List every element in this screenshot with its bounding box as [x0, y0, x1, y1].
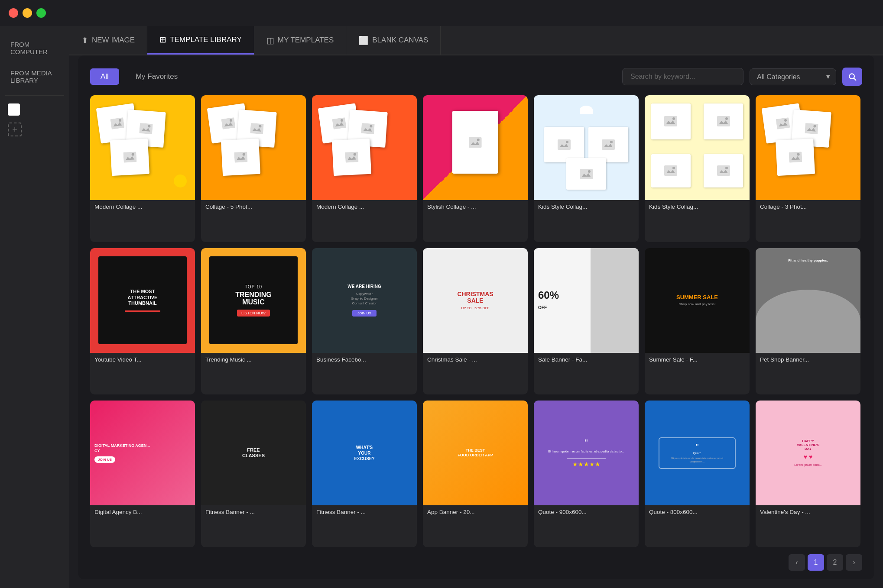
svg-point-31 [725, 117, 728, 120]
blank-canvas-icon: ⬜ [358, 36, 369, 45]
svg-point-23 [566, 141, 568, 143]
svg-rect-30 [717, 116, 730, 126]
template-label-t12: Sale Banner - Fa... [534, 353, 639, 366]
template-thumb-t1 [90, 95, 195, 200]
svg-rect-36 [776, 117, 790, 129]
svg-rect-22 [558, 139, 571, 150]
template-thumb-t2 [201, 95, 306, 200]
template-thumb-t9: Top 10 TRENDINGMUSIC LISTEN NOW [201, 248, 306, 353]
template-thumb-t11: CHRISTMASSale UP TO · 50% OFF [423, 248, 528, 353]
svg-point-33 [672, 167, 675, 169]
template-label-t2: Collage - 5 Phot... [201, 200, 306, 213]
page-2-button[interactable]: 2 [827, 554, 843, 571]
window-chrome [0, 0, 883, 26]
template-label-t6: Kids Style Collag... [645, 200, 750, 213]
template-card-t12[interactable]: 60%OFF Sale Banner - Fa... [534, 248, 639, 395]
tab-blank-canvas-label: BLANK CANVAS [372, 36, 428, 45]
template-icon: ⊞ [159, 35, 166, 45]
svg-rect-8 [221, 117, 235, 129]
template-thumb-t17: WHAT'SYOUREXCUSE? [312, 401, 417, 505]
page-1-button[interactable]: 1 [808, 554, 824, 571]
svg-rect-28 [664, 116, 677, 126]
sidebar-item-media-library[interactable]: FROM MEDIA LIBRARY [3, 63, 67, 90]
tab-template-library-label: TEMPLATE LIBRARY [170, 36, 242, 44]
filter-favorites-button[interactable]: My Favorites [125, 68, 188, 85]
template-label-t14: Pet Shop Banner... [756, 353, 860, 366]
template-card-t17[interactable]: WHAT'SYOUREXCUSE? Fitness Banner - ... [312, 401, 417, 547]
svg-point-27 [588, 170, 591, 173]
svg-rect-20 [469, 137, 482, 148]
svg-point-35 [725, 167, 728, 169]
svg-point-25 [610, 141, 613, 143]
template-label-t13: Summer Sale - F... [645, 353, 750, 366]
template-label-t1: Modern Collage ... [90, 200, 195, 213]
template-thumb-t21: HAPPYValentine'sDay ♥ ♥ Lorem ipsum dolo… [756, 401, 860, 505]
template-thumb-t18: THE BESTFOOD ORDER APP [423, 401, 528, 505]
template-thumb-t8: THE MOSTATTRACTIVETHUMBNAIL [90, 248, 195, 353]
svg-point-21 [477, 139, 480, 141]
add-button[interactable]: + [8, 123, 22, 136]
tab-template-library[interactable]: ⊞ TEMPLATE LIBRARY [147, 26, 254, 55]
prev-page-button[interactable]: ‹ [789, 554, 805, 571]
template-label-t7: Collage - 3 Phot... [756, 200, 860, 213]
color-swatch[interactable] [8, 103, 20, 116]
svg-rect-24 [602, 139, 615, 150]
template-card-t10[interactable]: WE ARE HIRING CopywriterGraphic Designer… [312, 248, 417, 395]
fullscreen-dot[interactable] [36, 8, 46, 18]
template-card-t8[interactable]: THE MOSTATTRACTIVETHUMBNAIL Youtube Vide… [90, 248, 195, 395]
template-thumb-t20: " Quote Ut perspiciatis unde omnis iste … [645, 401, 750, 505]
template-card-t3[interactable]: Modern Collage ... [312, 95, 417, 242]
next-page-button[interactable]: › [846, 554, 862, 571]
template-thumb-t7 [756, 95, 860, 200]
template-card-t15[interactable]: Digital Marketing Agen...cy JOIN US Digi… [90, 401, 195, 547]
search-input[interactable] [622, 68, 743, 85]
my-templates-icon: ◫ [266, 36, 274, 45]
close-dot[interactable] [9, 8, 18, 18]
pagination: ‹ 1 2 › [90, 554, 862, 571]
tab-blank-canvas[interactable]: ⬜ BLANK CANVAS [346, 26, 441, 55]
filter-all-button[interactable]: All [90, 68, 119, 85]
template-label-t9: Trending Music ... [201, 353, 306, 366]
tab-new-image[interactable]: ⬆ NEW IMAGE [69, 26, 147, 55]
search-button[interactable] [842, 68, 862, 86]
svg-rect-4 [139, 123, 153, 134]
template-card-t14[interactable]: Fit and healthy puppies. Pet Shop Banner… [756, 248, 860, 395]
template-label-t10: Business Facebo... [312, 353, 417, 366]
template-card-t16[interactable]: FREECLASSES Fitness Banner - ... [201, 401, 306, 547]
svg-rect-6 [123, 152, 136, 163]
template-label-t19: Quote - 900x600... [534, 505, 639, 519]
template-thumb-t16: FREECLASSES [201, 401, 306, 505]
template-label-t15: Digital Agency B... [90, 505, 195, 519]
template-card-t9[interactable]: Top 10 TRENDINGMUSIC LISTEN NOW Trending… [201, 248, 306, 395]
template-label-t18: App Banner - 20... [423, 505, 528, 519]
category-select[interactable]: All Categories Social Media Business Mar… [750, 68, 836, 85]
template-card-t7[interactable]: Collage - 3 Phot... [756, 95, 860, 242]
svg-rect-18 [345, 152, 358, 163]
svg-rect-16 [360, 123, 374, 134]
template-card-t21[interactable]: HAPPYValentine'sDay ♥ ♥ Lorem ipsum dolo… [756, 401, 860, 547]
tab-bar: ⬆ NEW IMAGE ⊞ TEMPLATE LIBRARY ◫ MY TEMP… [69, 26, 883, 55]
template-thumb-t15: Digital Marketing Agen...cy JOIN US [90, 401, 195, 505]
svg-rect-14 [332, 117, 346, 129]
template-card-t20[interactable]: " Quote Ut perspiciatis unde omnis iste … [645, 401, 750, 547]
minimize-dot[interactable] [23, 8, 32, 18]
template-card-t19[interactable]: " Et harum quidem rerum facilis est et e… [534, 401, 639, 547]
template-card-t11[interactable]: CHRISTMASSale UP TO · 50% OFF Christmas … [423, 248, 528, 395]
template-card-t4[interactable]: Stylish Collage - ... [423, 95, 528, 242]
svg-rect-34 [717, 165, 730, 176]
sidebar-item-from-computer[interactable]: FROM COMPUTER [3, 35, 67, 61]
svg-rect-40 [789, 152, 802, 163]
template-label-t4: Stylish Collage - ... [423, 200, 528, 213]
template-card-t2[interactable]: Collage - 5 Phot... [201, 95, 306, 242]
template-card-t1[interactable]: Modern Collage ... [90, 95, 195, 242]
sidebar: FROM COMPUTER FROM MEDIA LIBRARY + [0, 26, 69, 588]
template-thumb-t13: Summer Sale Shop now and pay less! [645, 248, 750, 353]
filter-bar: All My Favorites All Categories Social M… [90, 68, 862, 86]
template-card-t5[interactable]: Kids Style Collag... [534, 95, 639, 242]
template-thumb-t10: WE ARE HIRING CopywriterGraphic Designer… [312, 248, 417, 353]
template-card-t6[interactable]: Kids Style Collag... [645, 95, 750, 242]
template-grid: Modern Collage ... Collage - 5 Phot... [90, 95, 862, 547]
template-card-t13[interactable]: Summer Sale Shop now and pay less! Summe… [645, 248, 750, 395]
tab-my-templates[interactable]: ◫ MY TEMPLATES [254, 26, 346, 55]
template-card-t18[interactable]: THE BESTFOOD ORDER APP App Banner - 20..… [423, 401, 528, 547]
